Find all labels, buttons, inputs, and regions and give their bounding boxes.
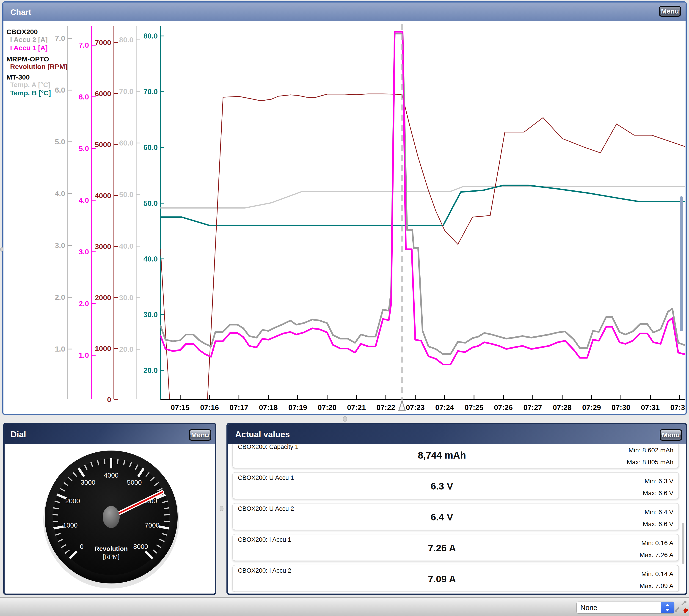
- axis-tick-label: 6000: [95, 90, 111, 98]
- gauge-unit: [RPM]: [103, 553, 120, 560]
- x-tick-label: 07:27: [523, 403, 542, 412]
- axis-tick-label: 70.0: [119, 87, 133, 95]
- sensor-value: 7.26 A: [233, 543, 651, 554]
- y-axis-i_accu_2[interactable]: 7.06.05.04.03.02.01.0: [55, 26, 72, 399]
- sensor-label: CBOX200: I Accu 2: [238, 567, 291, 574]
- axis-tick-label: 1000: [95, 345, 111, 353]
- chart-scrollbar-thumb[interactable]: [680, 196, 683, 331]
- axis-tick-label: 30.0: [144, 310, 158, 319]
- axis-tick-label: 5.0: [79, 145, 89, 153]
- y-axis-i_accu_1[interactable]: 7.06.05.04.03.02.01.0: [79, 26, 95, 399]
- sensor-label: CBOX200: U Accu 1: [238, 475, 294, 482]
- axis-tick-label: 3.0: [79, 248, 89, 256]
- gauge-label: 4000: [104, 471, 119, 479]
- axis-tick-label: 2.0: [55, 293, 65, 301]
- actual-value-row[interactable]: CBOX200: I Accu 27.09 AMin: 0.14 AMax: 7…: [232, 565, 679, 592]
- selector-stepper[interactable]: [661, 602, 674, 613]
- app-window: { "chart_panel": { "title": "Chart", "me…: [0, 0, 689, 616]
- sensor-value: 6.4 V: [233, 512, 651, 523]
- sensor-max: Max: 6.6 V: [643, 521, 673, 528]
- axis-tick-label: 3000: [95, 242, 111, 251]
- axis-tick-label: 7.0: [79, 41, 89, 49]
- series-revolution[interactable]: [160, 94, 689, 400]
- x-tick-label: 07:28: [553, 403, 572, 412]
- actual-values-panel: Actual values Menu CBOX200: Capacity 18,…: [227, 423, 687, 595]
- legend-item[interactable]: Temp. B [°C]: [10, 89, 51, 97]
- sensor-max: Max: 7.09 A: [640, 582, 673, 590]
- gauge-label: 7000: [145, 522, 159, 529]
- status-bar: None: [0, 597, 689, 616]
- legend-item[interactable]: MT-300: [6, 73, 30, 81]
- actual-values-scrollbar-thumb[interactable]: [682, 523, 684, 564]
- gauge-title: Revolution: [95, 545, 128, 552]
- sensor-min: Min: 0.16 A: [641, 540, 673, 547]
- axis-tick-label: 1.0: [55, 345, 65, 353]
- dial-panel-title: Dial: [10, 430, 26, 439]
- actual-values-title: Actual values: [235, 430, 290, 439]
- sensor-min: Min: 8,602 mAh: [628, 447, 673, 454]
- y-axis-temp_a[interactable]: 80.070.060.050.040.030.020.0: [119, 26, 140, 399]
- sensor-value: 7.09 A: [233, 574, 651, 585]
- gauge-tick: [164, 521, 170, 522]
- axis-tick-label: 2000: [95, 293, 111, 302]
- legend-item[interactable]: Revolution [RPM]: [10, 63, 67, 71]
- chevron-down-icon: [665, 609, 670, 611]
- sensor-max: Max: 7.26 A: [640, 551, 673, 559]
- display-selector-value: None: [580, 603, 597, 612]
- display-selector[interactable]: None: [577, 601, 674, 614]
- axis-tick-label: 60.0: [144, 143, 158, 152]
- vertical-splitter-handle[interactable]: [220, 506, 223, 511]
- series-i_accu_2[interactable]: [160, 34, 689, 354]
- legend-item[interactable]: Temp. A [°C]: [10, 81, 50, 89]
- sensor-label: CBOX200: U Accu 2: [238, 505, 294, 512]
- gauge-tick: [104, 459, 105, 464]
- x-tick-label: 07:17: [230, 403, 248, 412]
- legend-item[interactable]: I Accu 2 [A]: [10, 36, 48, 44]
- gauge-label: 5000: [127, 479, 142, 486]
- axis-tick-label: 70.0: [144, 88, 158, 96]
- legend-item[interactable]: CBOX200: [6, 28, 38, 36]
- horizontal-splitter-handle[interactable]: [343, 416, 347, 422]
- gauge-label: 3000: [81, 479, 95, 486]
- status-icons: [675, 601, 689, 614]
- x-tick-label: 07:31: [641, 403, 660, 412]
- legend-item[interactable]: I Accu 1 [A]: [10, 44, 48, 52]
- cursor-handle[interactable]: [399, 401, 405, 411]
- revolution-gauge: 010002000300040005000600070008000Revolut…: [5, 444, 215, 594]
- x-tick-label: 07:22: [376, 403, 395, 412]
- dial-menu-button[interactable]: Menu: [189, 429, 211, 441]
- sensor-min: Min: 6.3 V: [645, 478, 673, 485]
- sensor-min: Min: 0.14 A: [641, 570, 673, 578]
- sensor-min: Min: 6.4 V: [645, 508, 673, 516]
- actual-value-row[interactable]: CBOX200: U Accu 26.4 VMin: 6.4 VMax: 6.6…: [232, 503, 679, 530]
- gauge-tick: [117, 459, 118, 464]
- y-axis-revolution[interactable]: 70006000500040003000200010000: [95, 26, 118, 404]
- chart-canvas[interactable]: 7.06.05.04.03.02.01.07.06.05.04.03.02.01…: [0, 0, 689, 415]
- axis-tick-label: 50.0: [144, 199, 158, 207]
- left-splitter-handle[interactable]: [0, 247, 3, 251]
- x-tick-label: 07:29: [582, 403, 601, 412]
- axis-tick-label: 1.0: [79, 351, 89, 359]
- actual-value-row[interactable]: CBOX200: I Accu 17.26 AMin: 0.16 AMax: 7…: [232, 534, 679, 561]
- connector-icon[interactable]: [682, 601, 687, 605]
- actual-values-scroll-area[interactable]: CBOX200: Capacity 18,744 mAhMin: 8,602 m…: [231, 444, 681, 592]
- axis-tick-label: 40.0: [119, 242, 133, 250]
- axis-tick-label: 60.0: [119, 139, 133, 147]
- gauge-label: 2000: [65, 497, 80, 505]
- actual-value-row[interactable]: CBOX200: U Accu 16.3 VMin: 6.3 VMax: 6.6…: [232, 472, 679, 499]
- axis-tick-label: 0: [107, 396, 111, 404]
- connector-icon[interactable]: [675, 608, 679, 612]
- sensor-label: CBOX200: I Accu 1: [238, 536, 291, 543]
- dial-panel: Dial Menu 010002000300040005000600070008…: [3, 423, 216, 595]
- x-tick-label: 07:19: [288, 403, 307, 412]
- actual-value-row[interactable]: CBOX200: Capacity 18,744 mAhMin: 8,602 m…: [232, 444, 679, 468]
- y-axis-temp_b[interactable]: 80.070.060.050.040.030.020.0: [144, 26, 164, 399]
- axis-tick-label: 30.0: [119, 293, 133, 302]
- x-tick-label: 07:30: [611, 403, 630, 412]
- sensor-label: CBOX200: Capacity 1: [238, 444, 298, 450]
- actual-values-menu-button[interactable]: Menu: [660, 429, 682, 441]
- series-i_accu_1[interactable]: [160, 31, 689, 365]
- error-icon[interactable]: [684, 609, 688, 613]
- gauge-label: 8000: [133, 543, 148, 550]
- legend-item[interactable]: MRPM-OPTO: [6, 55, 49, 63]
